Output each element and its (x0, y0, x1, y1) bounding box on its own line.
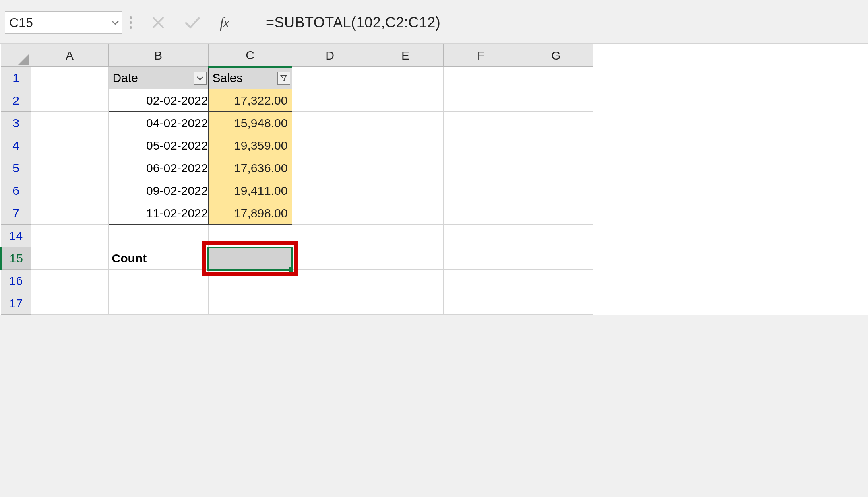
cell-G4[interactable] (519, 134, 593, 157)
cell-E2[interactable] (368, 89, 443, 112)
cell-C7[interactable]: 17,898.00 (208, 202, 292, 225)
cell-A15[interactable] (31, 247, 108, 270)
cell-C3[interactable]: 15,948.00 (208, 112, 292, 134)
cell-C15[interactable]: 6 (208, 247, 292, 270)
cell-G3[interactable] (519, 112, 593, 134)
select-all-corner[interactable] (1, 44, 31, 67)
cancel-icon[interactable] (151, 16, 165, 29)
row-header-5[interactable]: 5 (1, 157, 31, 179)
name-box-dropdown-icon[interactable] (112, 20, 119, 25)
cell-B6[interactable]: 09-02-2022 (108, 179, 208, 202)
cell-D4[interactable] (292, 134, 368, 157)
cell-F6[interactable] (443, 179, 519, 202)
cell-C5[interactable]: 17,636.00 (208, 157, 292, 179)
cell-G14[interactable] (519, 225, 593, 247)
cell-E6[interactable] (368, 179, 443, 202)
cell-A6[interactable] (31, 179, 108, 202)
cell-E5[interactable] (368, 157, 443, 179)
cell-F15[interactable] (443, 247, 519, 270)
cell-E4[interactable] (368, 134, 443, 157)
cell-F4[interactable] (443, 134, 519, 157)
cell-E1[interactable] (368, 67, 443, 89)
cell-E7[interactable] (368, 202, 443, 225)
cell-A3[interactable] (31, 112, 108, 134)
cell-D14[interactable] (292, 225, 368, 247)
cell-D1[interactable] (292, 67, 368, 89)
spreadsheet-grid[interactable]: A B C D E F G 1 Date Sales 2 02-02-2022 (0, 43, 868, 315)
fx-icon[interactable]: fx (220, 14, 237, 31)
cell-G2[interactable] (519, 89, 593, 112)
cell-A14[interactable] (31, 225, 108, 247)
cell-A17[interactable] (31, 292, 108, 315)
cell-G15[interactable] (519, 247, 593, 270)
row-header-6[interactable]: 6 (1, 179, 31, 202)
enter-icon[interactable] (184, 16, 200, 29)
cell-A1[interactable] (31, 67, 108, 89)
cell-C6[interactable]: 19,411.00 (208, 179, 292, 202)
cell-D17[interactable] (292, 292, 368, 315)
row-header-14[interactable]: 14 (1, 225, 31, 247)
cell-A2[interactable] (31, 89, 108, 112)
cell-F2[interactable] (443, 89, 519, 112)
row-header-16[interactable]: 16 (1, 270, 31, 292)
cell-A5[interactable] (31, 157, 108, 179)
filter-active-sales[interactable] (277, 72, 290, 85)
col-header-E[interactable]: E (368, 44, 443, 67)
cell-B15[interactable]: Count (108, 247, 208, 270)
row-header-1[interactable]: 1 (1, 67, 31, 89)
cell-A16[interactable] (31, 270, 108, 292)
cell-D15[interactable] (292, 247, 368, 270)
formula-input[interactable]: =SUBTOTAL(102,C2:C12) (254, 14, 863, 31)
cell-E17[interactable] (368, 292, 443, 315)
cell-F17[interactable] (443, 292, 519, 315)
cell-F7[interactable] (443, 202, 519, 225)
cell-G5[interactable] (519, 157, 593, 179)
cell-F1[interactable] (443, 67, 519, 89)
cell-F5[interactable] (443, 157, 519, 179)
col-header-G[interactable]: G (519, 44, 593, 67)
cell-G17[interactable] (519, 292, 593, 315)
cell-C16[interactable] (208, 270, 292, 292)
row-header-3[interactable]: 3 (1, 112, 31, 134)
cell-G16[interactable] (519, 270, 593, 292)
cell-F3[interactable] (443, 112, 519, 134)
cell-D7[interactable] (292, 202, 368, 225)
cell-E14[interactable] (368, 225, 443, 247)
cell-D3[interactable] (292, 112, 368, 134)
cell-C1[interactable]: Sales (208, 67, 292, 89)
cell-G1[interactable] (519, 67, 593, 89)
col-header-A[interactable]: A (31, 44, 108, 67)
cell-E3[interactable] (368, 112, 443, 134)
row-header-15[interactable]: 15 (1, 247, 31, 270)
cell-E15[interactable] (368, 247, 443, 270)
col-header-C[interactable]: C (208, 44, 292, 67)
cell-F14[interactable] (443, 225, 519, 247)
cell-A4[interactable] (31, 134, 108, 157)
cell-C17[interactable] (208, 292, 292, 315)
col-header-D[interactable]: D (292, 44, 368, 67)
row-header-4[interactable]: 4 (1, 134, 31, 157)
col-header-F[interactable]: F (443, 44, 519, 67)
cell-B16[interactable] (108, 270, 208, 292)
cell-B2[interactable]: 02-02-2022 (108, 89, 208, 112)
cell-B3[interactable]: 04-02-2022 (108, 112, 208, 134)
cell-B4[interactable]: 05-02-2022 (108, 134, 208, 157)
col-header-B[interactable]: B (108, 44, 208, 67)
cell-B7[interactable]: 11-02-2022 (108, 202, 208, 225)
row-header-17[interactable]: 17 (1, 292, 31, 315)
cell-E16[interactable] (368, 270, 443, 292)
cell-A7[interactable] (31, 202, 108, 225)
cell-D16[interactable] (292, 270, 368, 292)
cell-F16[interactable] (443, 270, 519, 292)
name-box[interactable]: C15 (5, 11, 122, 34)
cell-C4[interactable]: 19,359.00 (208, 134, 292, 157)
cell-G6[interactable] (519, 179, 593, 202)
filter-dropdown-date[interactable] (194, 72, 207, 85)
cell-D5[interactable] (292, 157, 368, 179)
cell-G7[interactable] (519, 202, 593, 225)
cell-B5[interactable]: 06-02-2022 (108, 157, 208, 179)
cell-B1[interactable]: Date (108, 67, 208, 89)
cell-C2[interactable]: 17,322.00 (208, 89, 292, 112)
cell-D2[interactable] (292, 89, 368, 112)
cell-D6[interactable] (292, 179, 368, 202)
